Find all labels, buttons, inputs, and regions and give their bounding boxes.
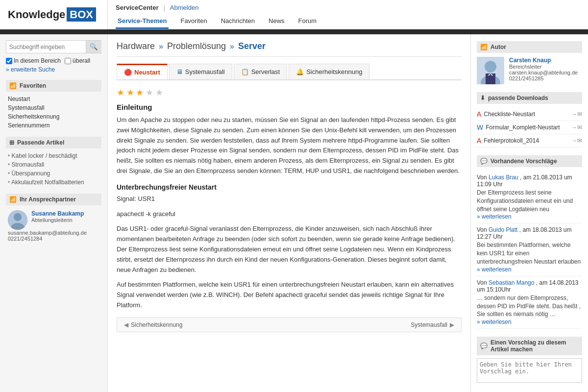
search-options: In diesem Bereich überall [6,57,101,64]
nav-news[interactable]: News [267,14,287,29]
download-item-2: A Fehlerprotokoll_2014 →✉ [477,134,582,147]
search-button[interactable]: 🔍 [86,41,101,53]
favoriten-item[interactable]: Sicherheitskennung [8,112,99,121]
nav-forum[interactable]: Forum [296,14,319,29]
dl-name-1[interactable]: Formular_Komplett-Neustart [486,124,560,131]
abmelden-link[interactable]: Abmelden [170,4,199,11]
breadcrumb-level1[interactable]: Hardware [117,41,155,51]
contact-box: Susanne Baukamp Abteilungsleiterin susan… [6,208,101,244]
prev-nav-button[interactable]: ◀ Sicherheitskennung [124,321,182,328]
section2-heading: Unterbrechungsfreier Neustart [117,183,462,191]
sidebar-favoriten-title: 📶 Favoriten [6,80,101,92]
download-item-1: W Formular_Komplett-Neustart →✉ [477,121,582,134]
logo[interactable]: KnowledgeBOX [0,1,104,28]
contact-avatar [8,210,27,230]
author-section-title: 📶 Autor [477,41,582,53]
dl-pdf-icon-2: A [477,137,481,145]
intro-text: Um den Apache zu stoppen oder neu zu sta… [117,115,462,176]
contact-email[interactable]: susanne.baukamp@abteilung.de [8,230,99,236]
dl-action-0[interactable]: →✉ [571,111,582,118]
next-nav-button[interactable]: Systemausfall ▶ [411,321,454,328]
tab-sicherheitskennung[interactable]: 🔔 Sicherheitskennung [289,64,369,79]
search-everywhere-label[interactable]: überall [65,57,90,64]
author-phone: 0221/2451285 [509,75,582,81]
tab-neustart-icon: 🔴 [124,69,132,76]
suggestion-author-2[interactable]: Sebastian Mango [489,279,534,286]
dl-action-2[interactable]: →✉ [571,137,582,144]
section2-text: Das USR1- oder graceful-Signal veranlass… [117,224,462,275]
downloads-section: ⬇ passende Downloads A Checkliste-Neusta… [477,92,582,147]
tab-serverlast-label: Serverlast [251,68,280,75]
proposal-title: 💬 Einen Vorschlag zu diesem Artikel mach… [477,337,582,355]
suggestion-more-2[interactable]: » weiterlesen [477,318,582,325]
star-1[interactable]: ★ [117,88,124,98]
breadcrumb-level3[interactable]: Server [238,41,266,51]
tab-neustart[interactable]: 🔴 Neustart [117,64,168,79]
dl-name-2[interactable]: Fehlerprotokoll_2014 [484,137,539,144]
suggestion-author-1[interactable]: Guido Platt [489,226,517,233]
passende-item[interactable]: Akkulaufzeit Notfallbatterien [8,178,99,187]
passende-list: Kabel locker / beschädigt Stromausfall Ü… [6,151,101,187]
suggestion-text-2: … sondern nur dem Elternprozess, dessen … [477,294,582,318]
search-everywhere-checkbox[interactable] [65,58,71,64]
suggestion-2: Von Sebastian Mango , am 14.08.2013 um 1… [477,276,582,329]
dl-action-1[interactable]: →✉ [571,124,582,131]
favoriten-list: Neustart Systemausfall Sicherheitskennun… [6,95,101,130]
passende-item[interactable]: Stromausfall [8,160,99,169]
suggestions-icon: 💬 [480,158,488,165]
author-role: Bereichsleiter [509,64,582,70]
star-3[interactable]: ★ [136,88,144,98]
favoriten-item[interactable]: Seriennummern [8,121,99,130]
author-name[interactable]: Carsten Knaup [509,57,582,64]
tab-serverlast-icon: 📋 [241,68,249,75]
prev-nav-label: Sicherheitskennung [131,321,182,328]
author-email[interactable]: carsten.knaup@abteilung.de [509,70,582,75]
passende-item[interactable]: Überspannung [8,169,99,178]
passende-item[interactable]: Kabel locker / beschädigt [8,151,99,160]
svg-rect-6 [486,74,495,84]
search-in-area-checkbox[interactable] [6,58,12,64]
contact-role: Abteilungsleiterin [31,217,99,223]
breadcrumb: Hardware » Problemlösung » Server [117,41,462,57]
suggestion-prefix-1: Von [477,226,489,233]
suggestion-prefix-0: Von [477,174,489,181]
prev-arrow-icon: ◀ [124,321,128,328]
dark-band [0,30,588,34]
contact-name[interactable]: Susanne Baukamp [31,210,99,217]
section2-content1: Signal: USR1 [117,194,462,204]
breadcrumb-level2[interactable]: Problemlösung [167,41,226,51]
next-arrow-icon: ▶ [450,321,454,328]
breadcrumb-arrow2: » [230,42,234,51]
suggestion-more-1[interactable]: » weiterlesen [477,266,582,273]
logo-knowledge: Knowledge [8,8,65,21]
tab-neustart-label: Neustart [134,69,160,76]
star-5[interactable]: ★ [155,88,163,98]
suggestion-more-0[interactable]: » weiterlesen [477,213,582,220]
star-4[interactable]: ★ [146,88,153,98]
logo-box: BOX [67,7,96,22]
nav-service-themen[interactable]: Service-Themen [116,14,169,29]
suggestion-0: Von Lukas Brau , am 21.08.2013 um 11:09 … [477,171,582,223]
advanced-search-link[interactable]: » erweiterte Suche [6,66,101,73]
author-section: 📶 Autor Carsten Knaup [477,41,582,84]
star-2[interactable]: ★ [126,88,134,98]
tab-serverlast[interactable]: 📋 Serverlast [234,64,288,79]
proposal-icon: 💬 [480,343,488,349]
downloads-title: ⬇ passende Downloads [477,92,582,104]
suggestion-meta-2: Von Sebastian Mango , am 14.08.2013 um 1… [477,279,582,293]
tab-systemausfall[interactable]: 🖥 Systemausfall [169,64,232,79]
tab-sicherheitskennung-icon: 🔔 [296,68,304,75]
tab-sicherheitskennung-label: Sicherheitskennung [306,68,362,75]
proposal-textarea[interactable] [477,358,582,383]
search-in-area-label[interactable]: In diesem Bereich [6,57,61,64]
search-input[interactable] [6,41,86,53]
favoriten-item[interactable]: Neustart [8,95,99,103]
sidebar-passende-title: ⊞ Passende Artikel [6,137,101,148]
nav-nachrichten[interactable]: Nachrichten [219,14,257,29]
dl-name-0[interactable]: Checkliste-Neustart [484,111,535,118]
favoriten-item[interactable]: Systemausfall [8,103,99,112]
star-rating[interactable]: ★ ★ ★ ★ ★ [117,87,462,98]
suggestion-author-0[interactable]: Lukas Brau [489,174,518,181]
dl-pdf-icon-0: A [477,110,481,118]
nav-favoriten[interactable]: Favoriten [178,14,209,29]
